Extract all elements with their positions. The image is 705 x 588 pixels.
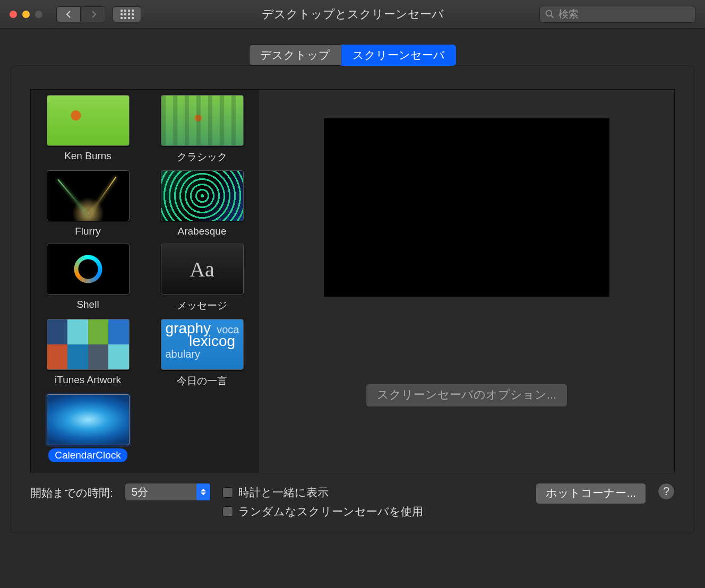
zoom-button: [35, 11, 42, 18]
screensaver-item-shell[interactable]: Shell: [31, 243, 145, 318]
screensaver-item-flurry[interactable]: Flurry: [31, 169, 145, 243]
screensaver-label: Flurry: [75, 221, 101, 237]
screensaver-label: クラシック: [177, 146, 227, 164]
screensaver-item-itunes[interactable]: iTunes Artwork: [31, 318, 145, 393]
help-button[interactable]: ?: [658, 483, 675, 500]
footer-controls: 開始までの時間: 5分 時計と一緒に表示 ランダムなスクリーンセーバを使用 ホッ…: [11, 483, 694, 533]
random-saver-checkbox-row[interactable]: ランダムなスクリーンセーバを使用: [222, 504, 525, 519]
screensaver-item-classic[interactable]: クラシック: [145, 94, 259, 169]
checkbox-icon: [222, 506, 233, 517]
content-panel: Ken BurnsクラシックFlurryArabesqueShellAaメッセー…: [11, 65, 694, 533]
random-saver-label: ランダムなスクリーンセーバを使用: [238, 504, 423, 519]
screensaver-label: 今日の一言: [177, 370, 227, 388]
nav-group: [56, 6, 106, 22]
screensaver-item-word[interactable]: graphy voca lexicog abulary今日の一言: [145, 318, 259, 393]
show-clock-label: 時計と一緒に表示: [238, 485, 329, 500]
titlebar: デスクトップとスクリーンセーバ 検索: [0, 0, 705, 29]
screensaver-thumbnail: graphy voca lexicog abulary: [161, 319, 244, 370]
screensaver-options-button[interactable]: スクリーンセーバのオプション...: [366, 384, 568, 407]
start-after-value: 5分: [132, 485, 148, 499]
chevron-right-icon: [91, 10, 97, 19]
screensaver-thumbnail: Aa: [161, 244, 244, 295]
screensaver-thumbnail: [161, 95, 244, 146]
close-button[interactable]: [10, 11, 17, 18]
screensaver-label: Shell: [76, 295, 99, 310]
svg-point-0: [546, 11, 552, 16]
screensaver-thumbnail: [47, 244, 130, 295]
chevron-left-icon: [65, 10, 72, 19]
tab-desktop[interactable]: デスクトップ: [249, 45, 341, 66]
forward-button: [82, 6, 106, 22]
screensaver-thumbnail: [161, 170, 244, 221]
minimize-button[interactable]: [22, 11, 30, 18]
search-icon: [545, 10, 554, 19]
screensaver-grid[interactable]: Ken BurnsクラシックFlurryArabesqueShellAaメッセー…: [31, 90, 259, 473]
preview-pane: スクリーンセーバのオプション...: [259, 90, 674, 473]
window-controls: [10, 11, 42, 18]
preview-display: [324, 118, 609, 297]
screensaver-thumbnail: [47, 170, 130, 221]
screensaver-item-cal[interactable]: CalendarClock: [31, 393, 145, 468]
help-icon: ?: [663, 485, 669, 498]
screensaver-item-arabesque[interactable]: Arabesque: [145, 169, 259, 243]
screensaver-label: メッセージ: [177, 295, 227, 313]
select-stepper-icon: [196, 483, 210, 500]
screensaver-thumbnail: [47, 95, 130, 146]
grid-icon: [121, 10, 134, 19]
screensaver-label: iTunes Artwork: [55, 370, 121, 386]
search-field[interactable]: 検索: [539, 6, 695, 23]
screensaver-label: CalendarClock: [48, 448, 127, 462]
tab-bar: デスクトップ スクリーンセーバ: [11, 45, 694, 66]
screensaver-item-message[interactable]: Aaメッセージ: [145, 243, 259, 318]
screensaver-item-kenburns[interactable]: Ken Burns: [31, 94, 145, 169]
show-clock-checkbox-row[interactable]: 時計と一緒に表示: [222, 485, 525, 500]
tab-screensaver[interactable]: スクリーンセーバ: [341, 45, 456, 66]
show-all-button[interactable]: [113, 6, 141, 22]
hot-corners-button[interactable]: ホットコーナー...: [536, 483, 646, 504]
start-after-label: 開始までの時間:: [30, 483, 113, 500]
checkbox-icon: [222, 487, 233, 498]
screensaver-thumbnail: [47, 394, 130, 445]
search-placeholder: 検索: [558, 7, 579, 21]
screensaver-label: Arabesque: [178, 221, 227, 237]
screensaver-thumbnail: [47, 319, 130, 370]
svg-line-1: [551, 15, 554, 18]
back-button[interactable]: [56, 6, 81, 22]
screensaver-label: Ken Burns: [64, 146, 111, 162]
start-after-select[interactable]: 5分: [125, 483, 211, 501]
